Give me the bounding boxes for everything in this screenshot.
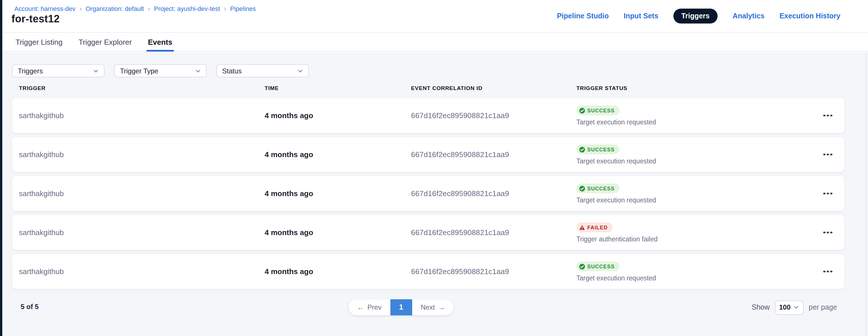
check-circle-icon: [579, 264, 585, 269]
status-filter-select[interactable]: Status: [216, 64, 309, 77]
status-badge: SUCCESS: [577, 262, 619, 271]
event-time: 4 months ago: [265, 228, 411, 237]
row-menu-button[interactable]: [820, 264, 835, 279]
arrow-right-icon: →: [438, 303, 445, 311]
column-header-event-correlation-id: EVENT CORRELATION ID: [411, 85, 577, 91]
chevron-down-icon: [794, 304, 799, 310]
trigger-status-cell: FAILED Trigger authentication failed: [577, 223, 844, 242]
trigger-name: sarthakgithub: [19, 111, 265, 120]
check-circle-icon: [579, 186, 585, 191]
table-row: sarthakgithub 4 months ago 667d16f2ec895…: [12, 98, 844, 133]
chevron-right-icon: ›: [80, 5, 82, 12]
status-detail: Trigger authentication failed: [577, 236, 844, 242]
nav-triggers-active[interactable]: Triggers: [673, 9, 718, 24]
events-content: Triggers Trigger Type Status TRIGGER TIM…: [0, 52, 868, 336]
active-tab-underline: [146, 50, 174, 52]
status-badge: FAILED: [577, 223, 612, 232]
event-correlation-id: 667d16f2ec895908821c1aa9: [411, 189, 577, 198]
trigger-status-cell: SUCCESS Target execution requested: [577, 144, 844, 165]
tab-events[interactable]: Events: [148, 33, 172, 51]
prev-page-button[interactable]: ← Prev: [348, 299, 390, 315]
per-page-label: per page: [809, 303, 837, 311]
breadcrumb: Account: harness-dev › Organization: def…: [14, 5, 256, 12]
table-row: sarthakgithub 4 months ago 667d16f2ec895…: [12, 176, 844, 211]
chevron-right-icon: ›: [224, 5, 226, 12]
page-size-control: Show 100 per page: [752, 299, 837, 315]
nav-input-sets[interactable]: Input Sets: [624, 12, 658, 20]
row-menu-button[interactable]: [820, 225, 835, 240]
table-row: sarthakgithub 4 months ago 667d16f2ec895…: [12, 254, 844, 289]
next-page-button[interactable]: Next →: [412, 299, 454, 315]
trigger-name: sarthakgithub: [19, 189, 265, 198]
trigger-status-cell: SUCCESS Target execution requested: [577, 183, 844, 204]
pagination-bar: 5 of 5 ← Prev 1 Next → Show 100 per pa: [0, 298, 868, 317]
screenshot-viewport: Account: harness-dev › Organization: def…: [0, 0, 868, 336]
table-header-row: TRIGGER TIME EVENT CORRELATION ID TRIGGE…: [19, 85, 838, 91]
event-time: 4 months ago: [265, 150, 411, 159]
check-circle-icon: [579, 107, 585, 113]
column-header-trigger-status: TRIGGER STATUS: [577, 85, 838, 91]
breadcrumb-organization[interactable]: Organization: default: [86, 5, 144, 12]
row-menu-button[interactable]: [820, 147, 835, 162]
event-correlation-id: 667d16f2ec895908821c1aa9: [411, 267, 577, 276]
chevron-down-icon: [195, 68, 201, 74]
show-label: Show: [752, 303, 770, 311]
row-menu-button[interactable]: [820, 186, 835, 201]
status-detail: Target execution requested: [577, 158, 844, 165]
chevron-right-icon: ›: [148, 5, 150, 12]
status-detail: Target execution requested: [577, 197, 844, 204]
status-badge: SUCCESS: [577, 105, 619, 115]
trigger-status-cell: SUCCESS Target execution requested: [577, 262, 844, 281]
event-time: 4 months ago: [265, 111, 411, 120]
table-row: sarthakgithub 4 months ago 667d16f2ec895…: [12, 215, 844, 250]
nav-analytics[interactable]: Analytics: [733, 12, 764, 20]
triggers-tabbar: Trigger Listing Trigger Explorer Events: [0, 32, 868, 52]
check-circle-icon: [579, 146, 585, 152]
column-header-time: TIME: [265, 85, 411, 91]
column-header-trigger: TRIGGER: [19, 85, 265, 91]
chevron-down-icon: [298, 68, 303, 74]
event-time: 4 months ago: [265, 189, 411, 198]
nav-pipeline-studio[interactable]: Pipeline Studio: [557, 12, 609, 20]
page-number-button[interactable]: 1: [390, 299, 412, 315]
trigger-name: sarthakgithub: [19, 267, 265, 276]
row-menu-button[interactable]: [820, 108, 835, 123]
pagination-controls: ← Prev 1 Next →: [348, 299, 454, 315]
events-table-body: sarthakgithub 4 months ago 667d16f2ec895…: [12, 98, 844, 289]
breadcrumb-project[interactable]: Project: ayushi-dev-test: [154, 5, 220, 12]
trigger-name: sarthakgithub: [19, 228, 265, 237]
arrow-left-icon: ←: [357, 303, 364, 311]
app-screen: Account: harness-dev › Organization: def…: [0, 0, 868, 336]
page-title: for-test12: [11, 13, 60, 25]
left-edge-strip: [0, 0, 2, 336]
tab-trigger-listing[interactable]: Trigger Listing: [16, 33, 63, 51]
event-correlation-id: 667d16f2ec895908821c1aa9: [411, 111, 577, 120]
trigger-name: sarthakgithub: [19, 150, 265, 159]
nav-execution-history[interactable]: Execution History: [779, 12, 840, 20]
table-row: sarthakgithub 4 months ago 667d16f2ec895…: [12, 137, 844, 172]
breadcrumb-account[interactable]: Account: harness-dev: [14, 5, 75, 12]
page-size-select[interactable]: 100: [775, 300, 803, 314]
pipeline-top-nav: Pipeline Studio Input Sets Triggers Anal…: [557, 0, 840, 32]
filter-bar: Triggers Trigger Type Status: [12, 64, 309, 77]
event-time: 4 months ago: [265, 267, 411, 276]
pagination-summary: 5 of 5: [21, 303, 39, 311]
trigger-status-cell: SUCCESS Target execution requested: [577, 105, 844, 126]
triggers-filter-select[interactable]: Triggers: [12, 64, 104, 77]
tab-trigger-explorer[interactable]: Trigger Explorer: [79, 33, 132, 51]
chevron-down-icon: [93, 68, 99, 74]
event-correlation-id: 667d16f2ec895908821c1aa9: [411, 228, 577, 237]
page-header: Account: harness-dev › Organization: def…: [0, 0, 868, 32]
trigger-type-filter-select[interactable]: Trigger Type: [114, 64, 207, 77]
breadcrumb-pipelines[interactable]: Pipelines: [230, 5, 256, 12]
status-badge: SUCCESS: [577, 144, 619, 154]
event-correlation-id: 667d16f2ec895908821c1aa9: [411, 150, 577, 159]
status-detail: Target execution requested: [577, 119, 844, 126]
warning-triangle-icon: [579, 225, 585, 230]
status-detail: Target execution requested: [577, 275, 844, 281]
status-badge: SUCCESS: [577, 183, 619, 193]
